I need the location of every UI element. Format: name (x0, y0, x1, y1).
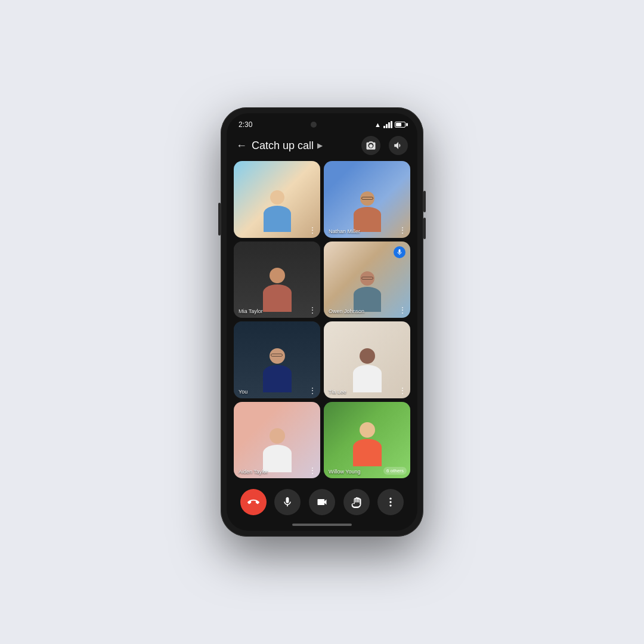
tile-3-more-button[interactable]: ⋮ (308, 306, 317, 314)
more-options-button[interactable] (377, 489, 404, 515)
call-header-right (361, 136, 408, 155)
tile-1-more-button[interactable]: ⋮ (308, 226, 317, 234)
call-header-left: ← Catch up call ▶ (236, 140, 323, 152)
svg-point-1 (390, 501, 392, 503)
video-grid: ⋮ Nathan Miller ⋮ (227, 161, 417, 483)
participant-3-name: Mia Taylor (239, 308, 263, 314)
participant-tile-8[interactable]: Willow Young 6 others (324, 402, 410, 479)
back-button[interactable]: ← (236, 140, 247, 152)
participant-tile-2[interactable]: Nathan Miller ⋮ (324, 161, 410, 238)
svg-point-2 (390, 504, 392, 506)
speaker-icon (393, 140, 404, 151)
more-options-icon (385, 496, 397, 508)
call-header: ← Catch up call ▶ (227, 131, 417, 161)
volume-down-button[interactable] (423, 218, 426, 239)
call-title-row: Catch up call ▶ (252, 140, 323, 152)
raise-hand-icon (351, 496, 363, 508)
call-controls (227, 483, 417, 524)
title-chevron-icon[interactable]: ▶ (317, 141, 323, 150)
camera-button[interactable] (309, 489, 335, 515)
participant-7-name: Aiden Taylor (239, 469, 268, 475)
camera-icon (316, 496, 328, 508)
tile-4-more-button[interactable]: ⋮ (398, 306, 407, 314)
tile-6-more-button[interactable]: ⋮ (398, 386, 407, 395)
switch-camera-icon (366, 140, 376, 151)
speaker-button[interactable] (389, 136, 408, 155)
switch-camera-button[interactable] (361, 136, 380, 155)
call-title: Catch up call (252, 140, 314, 152)
tile-4-speaking-badge (394, 246, 405, 258)
end-call-icon (247, 496, 259, 508)
volume-up-button[interactable] (423, 191, 426, 212)
status-time: 2:30 (239, 120, 252, 129)
front-camera (311, 122, 317, 128)
mute-button[interactable] (274, 489, 301, 515)
raise-hand-button[interactable] (343, 489, 370, 515)
participant-tile-4[interactable]: Owen Johnson ⋮ (324, 242, 410, 318)
participant-tile-1[interactable]: ⋮ (234, 161, 320, 238)
participant-tile-5[interactable]: You ⋮ (234, 321, 320, 398)
participant-tile-6[interactable]: Tia Lee ⋮ (324, 321, 410, 398)
phone-device: 2:30 ▲ ← (221, 107, 423, 537)
others-count-badge[interactable]: 6 others (383, 467, 407, 475)
phone-screen: 2:30 ▲ ← (227, 113, 417, 531)
speaking-icon (396, 249, 403, 256)
status-bar: 2:30 ▲ (227, 113, 417, 131)
home-indicator[interactable] (292, 524, 352, 526)
signal-icon (383, 121, 392, 128)
tile-5-more-button[interactable]: ⋮ (308, 386, 317, 395)
status-icons: ▲ (374, 121, 405, 128)
wifi-icon: ▲ (374, 121, 381, 128)
participant-2-name: Nathan Miller (329, 228, 360, 234)
participant-5-name: You (239, 389, 247, 395)
end-call-button[interactable] (240, 489, 267, 515)
participant-8-name: Willow Young (329, 469, 361, 475)
svg-point-0 (390, 498, 392, 500)
tile-7-more-button[interactable]: ⋮ (308, 466, 317, 475)
participant-4-name: Owen Johnson (329, 308, 364, 314)
participant-tile-7[interactable]: Aiden Taylor ⋮ (234, 402, 320, 479)
tile-2-more-button[interactable]: ⋮ (398, 226, 407, 234)
mute-icon (281, 496, 293, 508)
battery-icon (395, 122, 405, 128)
participant-6-name: Tia Lee (329, 389, 346, 395)
power-button[interactable] (218, 203, 221, 236)
participant-tile-3[interactable]: Mia Taylor ⋮ (234, 242, 320, 318)
